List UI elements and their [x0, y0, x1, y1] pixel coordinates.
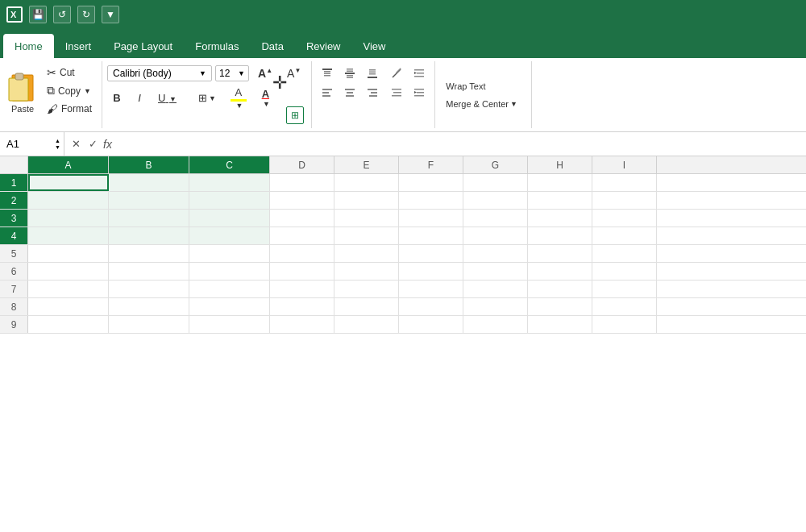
- customize-btn[interactable]: ▼: [102, 6, 119, 23]
- col-header-f[interactable]: F: [399, 156, 463, 173]
- font-size-selector[interactable]: 12 ▼: [215, 65, 249, 81]
- cell-E1[interactable]: [334, 174, 399, 191]
- cell-A2[interactable]: [28, 192, 109, 209]
- cell-H8[interactable]: [528, 298, 592, 315]
- paste-options-button[interactable]: ⊞: [286, 106, 304, 124]
- col-header-c[interactable]: C: [189, 156, 270, 173]
- cell-B5[interactable]: [109, 245, 189, 262]
- cell-B8[interactable]: [109, 298, 189, 315]
- copy-dropdown-arrow[interactable]: ▼: [84, 87, 91, 95]
- cell-A1[interactable]: [28, 174, 109, 191]
- col-header-i[interactable]: I: [592, 156, 657, 173]
- cell-G2[interactable]: [463, 192, 528, 209]
- cell-B1[interactable]: [109, 174, 189, 191]
- increase-indent-button2[interactable]: [409, 84, 430, 102]
- cell-G1[interactable]: [463, 174, 528, 191]
- cell-C4[interactable]: [189, 227, 270, 244]
- cell-H9[interactable]: [528, 316, 592, 333]
- cell-D6[interactable]: [270, 263, 334, 280]
- cell-H1[interactable]: [528, 174, 592, 191]
- merge-center-button[interactable]: Merge & Center ▼: [440, 96, 526, 112]
- col-header-d[interactable]: D: [270, 156, 334, 173]
- cell-E8[interactable]: [334, 298, 399, 315]
- font-color-button[interactable]: A ▼: [256, 85, 276, 110]
- cell-C6[interactable]: [189, 263, 270, 280]
- cell-F9[interactable]: [399, 316, 463, 333]
- row-number-7[interactable]: 7: [0, 281, 28, 297]
- cell-I9[interactable]: [592, 316, 657, 333]
- cell-F6[interactable]: [399, 263, 463, 280]
- borders-button[interactable]: ⊞ ▼: [193, 89, 222, 106]
- align-left-button[interactable]: [317, 84, 338, 102]
- cell-C9[interactable]: [189, 316, 270, 333]
- cell-E3[interactable]: [334, 210, 399, 227]
- format-button[interactable]: 🖌 Format: [44, 101, 95, 117]
- cell-B6[interactable]: [109, 263, 189, 280]
- cell-A9[interactable]: [28, 316, 109, 333]
- cancel-formula-button[interactable]: ✕: [69, 138, 83, 150]
- cell-D2[interactable]: [270, 192, 334, 209]
- cell-I1[interactable]: [592, 174, 657, 191]
- name-box-arrows[interactable]: ▲ ▼: [55, 138, 60, 150]
- cell-D4[interactable]: [270, 227, 334, 244]
- cell-C7[interactable]: [189, 281, 270, 297]
- cell-C1[interactable]: [189, 174, 270, 191]
- cell-C8[interactable]: [189, 298, 270, 315]
- cell-F7[interactable]: [399, 281, 463, 297]
- cell-E7[interactable]: [334, 281, 399, 297]
- cell-E4[interactable]: [334, 227, 399, 244]
- cell-G3[interactable]: [463, 210, 528, 227]
- align-right-button[interactable]: [362, 84, 383, 102]
- cell-H4[interactable]: [528, 227, 592, 244]
- increase-font-size-button[interactable]: A▲: [252, 64, 278, 82]
- cell-I2[interactable]: [592, 192, 657, 209]
- fx-button[interactable]: fx: [103, 138, 112, 151]
- cell-F2[interactable]: [399, 192, 463, 209]
- undo-btn[interactable]: ↺: [53, 6, 71, 23]
- name-box[interactable]: A1 ▲ ▼: [0, 132, 64, 156]
- cell-H6[interactable]: [528, 263, 592, 280]
- copy-button[interactable]: ⧉ Copy ▼: [44, 82, 95, 99]
- cell-A5[interactable]: [28, 245, 109, 262]
- cell-H3[interactable]: [528, 210, 592, 227]
- cell-E6[interactable]: [334, 263, 399, 280]
- cell-D1[interactable]: [270, 174, 334, 191]
- cell-G6[interactable]: [463, 263, 528, 280]
- tab-review[interactable]: Review: [295, 34, 352, 58]
- fill-color-button[interactable]: A ▼: [225, 84, 252, 112]
- cell-F4[interactable]: [399, 227, 463, 244]
- cell-A8[interactable]: [28, 298, 109, 315]
- cell-C3[interactable]: [189, 210, 270, 227]
- decrease-indent-button2[interactable]: [386, 84, 407, 102]
- cell-I3[interactable]: [592, 210, 657, 227]
- paste-button[interactable]: Paste: [6, 69, 39, 114]
- row-number-3[interactable]: 3: [0, 210, 28, 227]
- col-header-b[interactable]: B: [109, 156, 189, 173]
- row-number-2[interactable]: 2: [0, 192, 28, 209]
- cell-B4[interactable]: [109, 227, 189, 244]
- row-number-4[interactable]: 4: [0, 227, 28, 244]
- cell-E2[interactable]: [334, 192, 399, 209]
- tab-data[interactable]: Data: [250, 34, 294, 58]
- italic-button[interactable]: I: [130, 89, 149, 106]
- wrap-text-button[interactable]: Wrap Text: [440, 78, 526, 94]
- align-middle-button[interactable]: [339, 64, 360, 82]
- font-family-selector[interactable]: Calibri (Body) ▼: [107, 65, 212, 81]
- cell-F3[interactable]: [399, 210, 463, 227]
- cell-I6[interactable]: [592, 263, 657, 280]
- quick-save-btn[interactable]: 💾: [29, 6, 47, 23]
- cell-F8[interactable]: [399, 298, 463, 315]
- cell-A6[interactable]: [28, 263, 109, 280]
- angle-text-button[interactable]: [386, 64, 407, 82]
- cell-G5[interactable]: [463, 245, 528, 262]
- cell-F1[interactable]: [399, 174, 463, 191]
- tab-home[interactable]: Home: [3, 34, 54, 58]
- cell-D9[interactable]: [270, 316, 334, 333]
- align-top-button[interactable]: [317, 64, 338, 82]
- col-header-g[interactable]: G: [463, 156, 528, 173]
- row-number-1[interactable]: 1: [0, 174, 28, 191]
- tab-view[interactable]: View: [352, 34, 397, 58]
- col-header-a[interactable]: A: [28, 156, 109, 173]
- cell-D7[interactable]: [270, 281, 334, 297]
- cell-B9[interactable]: [109, 316, 189, 333]
